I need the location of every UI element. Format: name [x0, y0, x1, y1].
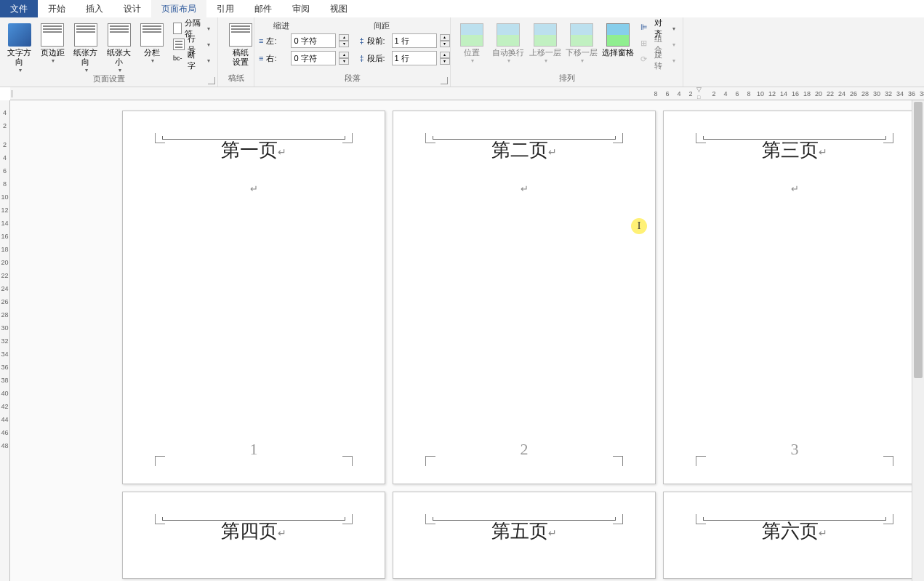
hyphenation-icon: bc-: [173, 55, 185, 66]
crop-mark: [696, 514, 706, 524]
page-3[interactable]: 第三页↵↵3: [663, 111, 924, 484]
group-title-page-setup: 页面设置: [4, 73, 213, 86]
vertical-scrollbar[interactable]: [912, 100, 924, 581]
horizontal-ruler[interactable]: 8642246810121416182022242628303234363842…: [10, 87, 924, 100]
orientation-icon: [74, 23, 97, 47]
wrap-icon: [497, 23, 520, 47]
manuscript-icon: [229, 23, 252, 47]
manuscript-settings-button[interactable]: 稿纸 设置: [222, 20, 259, 67]
page-6[interactable]: 第六页↵: [663, 492, 924, 579]
pages-grid: 第一页↵↵1第二页↵↵2第三页↵↵3第四页↵第五页↵第六页↵: [10, 100, 924, 579]
margins-button[interactable]: 页边距: [38, 20, 68, 73]
spacing-before-up[interactable]: ▴: [440, 34, 450, 41]
spacing-header: 间距: [359, 20, 449, 31]
breaks-icon: [173, 23, 182, 34]
size-icon: [108, 23, 131, 47]
ruler-indent-marker[interactable]: [696, 87, 704, 100]
document-canvas[interactable]: 第一页↵↵1第二页↵↵2第三页↵↵3第四页↵第五页↵第六页↵ I: [10, 100, 924, 581]
page-number: 3: [664, 440, 924, 459]
crop-mark: [883, 514, 893, 524]
indent-right-label: 右:: [266, 53, 288, 64]
group-arrange: 位置 自动换行 上移一层 下移一层 选择窗格 ⊫对齐 ⊞组合 ⟳旋转 排列: [451, 17, 683, 87]
crop-mark: [155, 133, 165, 143]
hyphenation-button[interactable]: bc-断字: [170, 52, 213, 68]
indent-left-up[interactable]: ▴: [339, 34, 349, 41]
crop-mark: [342, 514, 353, 524]
columns-button[interactable]: 分栏: [137, 20, 167, 73]
size-button[interactable]: 纸张大小: [104, 20, 134, 73]
crop-mark: [342, 133, 353, 143]
tab-design[interactable]: 设计: [113, 0, 151, 17]
page-heading: 第一页↵: [155, 137, 353, 163]
position-button[interactable]: 位置: [455, 20, 489, 68]
tab-view[interactable]: 视图: [320, 0, 358, 17]
page-number: 1: [123, 440, 385, 459]
header-rule: [703, 139, 886, 140]
crop-mark: [696, 133, 706, 143]
tab-insert[interactable]: 插入: [76, 0, 113, 17]
orientation-button[interactable]: 纸张方向: [71, 20, 101, 73]
group-page-setup: 文字方向 页边距 纸张方向 纸张大小 分栏 分隔符 行号 bc-断字 页面设置: [0, 17, 218, 87]
tab-page-layout[interactable]: 页面布局: [151, 0, 206, 17]
bring-forward-button[interactable]: 上移一层: [529, 20, 562, 68]
group-icon: ⊞: [640, 39, 651, 50]
crop-mark: [613, 514, 623, 524]
wrap-text-button[interactable]: 自动换行: [491, 20, 525, 68]
send-backward-button[interactable]: 下移一层: [565, 20, 598, 68]
indent-right-input[interactable]: [291, 51, 336, 65]
crop-mark: [883, 133, 893, 143]
page-5[interactable]: 第五页↵: [393, 492, 656, 579]
ribbon: 文字方向 页边距 纸张方向 纸张大小 分栏 分隔符 行号 bc-断字 页面设置 …: [0, 17, 924, 87]
page-heading: 第五页↵: [425, 518, 623, 544]
margins-icon: [41, 23, 64, 47]
spacing-before-input[interactable]: [392, 33, 437, 48]
tab-references[interactable]: 引用: [206, 0, 244, 17]
page-setup-dialog-launcher[interactable]: [208, 77, 215, 84]
spacing-after-input[interactable]: [392, 51, 437, 65]
spacing-before-label: 段前:: [367, 36, 389, 47]
rotate-icon: ⟳: [640, 55, 651, 66]
columns-icon: [140, 23, 164, 47]
page-4[interactable]: 第四页↵: [122, 492, 385, 579]
indent-right-down[interactable]: ▾: [339, 58, 349, 65]
indent-header: 缩进: [259, 20, 349, 31]
spacing-after-down[interactable]: ▾: [440, 58, 450, 65]
crop-mark: [425, 133, 435, 143]
crop-mark: [425, 514, 435, 524]
scrollbar-thumb[interactable]: [914, 102, 923, 378]
group-title-manuscript: 稿纸: [222, 73, 249, 85]
text-cursor-highlight: I: [631, 218, 647, 234]
text-direction-button[interactable]: 文字方向: [4, 20, 35, 73]
group-title-paragraph: 段落: [259, 73, 446, 85]
page-heading: 第三页↵: [696, 137, 893, 163]
vertical-ruler[interactable]: 4224681012141618202224262830323436384042…: [0, 100, 10, 581]
tab-mailings[interactable]: 邮件: [244, 0, 282, 17]
selection-pane-button[interactable]: 选择窗格: [601, 20, 635, 68]
crop-mark: [613, 133, 623, 143]
spacing-after-up[interactable]: ▴: [440, 52, 450, 58]
align-icon: ⊫: [640, 23, 651, 34]
tab-home[interactable]: 开始: [38, 0, 76, 17]
page-1[interactable]: 第一页↵↵1: [122, 111, 385, 484]
ruler-corner-icon: [12, 90, 12, 97]
paragraph-dialog-launcher[interactable]: [441, 77, 448, 84]
tab-review[interactable]: 审阅: [282, 0, 320, 17]
text-direction-icon: [8, 23, 31, 47]
indent-right-up[interactable]: ▴: [339, 52, 349, 58]
send-backward-icon: [570, 23, 593, 47]
ribbon-tabs: 文件 开始 插入 设计 页面布局 引用 邮件 审阅 视图: [0, 0, 924, 17]
paragraph-mark: ↵: [155, 183, 353, 194]
page-2[interactable]: 第二页↵↵2: [393, 111, 656, 484]
indent-left-down[interactable]: ▾: [339, 41, 349, 47]
group-paragraph: 缩进 ≡左: ▴▾ ≡右: ▴▾ 间距: [254, 17, 451, 87]
tab-file[interactable]: 文件: [0, 0, 38, 17]
indent-left-input[interactable]: [291, 33, 336, 48]
header-rule: [162, 139, 345, 140]
paragraph-mark: ↵: [696, 183, 893, 194]
line-numbers-icon: [173, 39, 185, 50]
position-icon: [460, 23, 483, 47]
spacing-before-down[interactable]: ▾: [440, 41, 450, 47]
page-number: 2: [393, 440, 655, 459]
rotate-button[interactable]: ⟳旋转: [638, 52, 678, 68]
page-heading: 第六页↵: [696, 518, 893, 544]
